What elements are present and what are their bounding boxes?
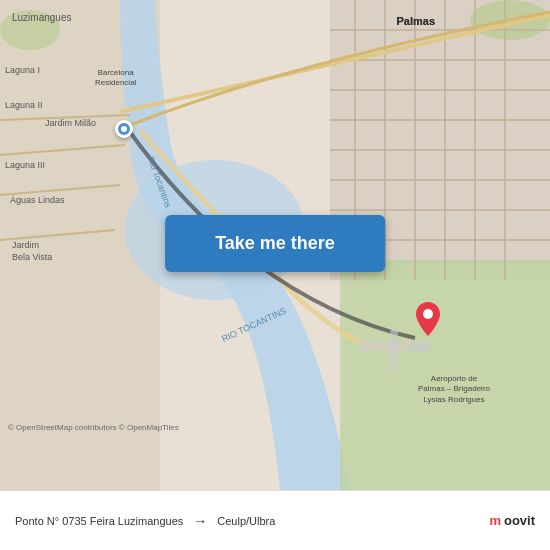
moovit-rest-text: oovit bbox=[504, 513, 535, 528]
route-from: Ponto N° 0735 Feira Luzimangues bbox=[15, 515, 183, 527]
svg-point-26 bbox=[423, 309, 433, 319]
route-arrow: → bbox=[193, 513, 207, 529]
destination-marker bbox=[416, 302, 440, 340]
take-me-there-button[interactable]: Take me there bbox=[165, 215, 385, 272]
bottom-bar: Ponto N° 0735 Feira Luzimangues → Ceulp/… bbox=[0, 490, 550, 550]
moovit-m-letter: m bbox=[489, 513, 501, 528]
map-container: Palmas BarcelonaResidencial Luzimangues … bbox=[0, 0, 550, 490]
map-attribution: © OpenStreetMap contributors © OpenMapTi… bbox=[8, 423, 179, 432]
land-left bbox=[0, 0, 160, 490]
airport-label: Aeroporto dePalmas – BrigadeiroLysias Ro… bbox=[418, 374, 490, 405]
moovit-logo: m oovit bbox=[489, 513, 535, 528]
origin-location-dot bbox=[115, 120, 133, 138]
route-to: Ceulp/Ulbra bbox=[217, 515, 275, 527]
